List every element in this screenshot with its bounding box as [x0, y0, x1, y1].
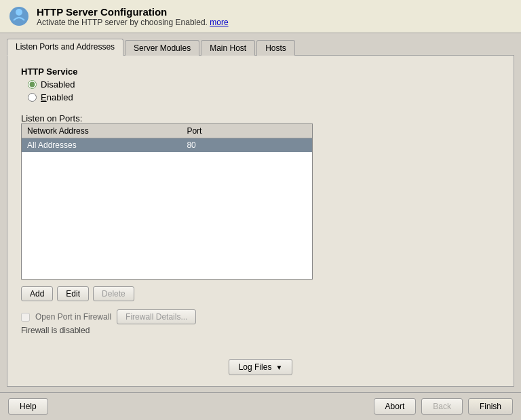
dialog-title: HTTP Server Configuration [37, 6, 229, 18]
firewall-checkbox-label: Open Port in Firewall [35, 312, 111, 322]
ports-table-container[interactable]: Network Address Port All Addresses 80 [21, 123, 313, 280]
header-text: HTTP Server Configuration Activate the H… [37, 6, 229, 27]
log-files-button[interactable]: Log Files ▼ [229, 359, 293, 375]
log-files-label: Log Files [239, 362, 272, 372]
firewall-section: Open Port in Firewall Firewall Details..… [21, 308, 500, 335]
app-icon [8, 5, 30, 27]
listen-ports-section: Listen on Ports: Network Address Port Al… [21, 109, 500, 280]
firewall-row: Open Port in Firewall Firewall Details..… [21, 309, 500, 324]
dialog-subtitle: Activate the HTTP server by choosing Ena… [37, 18, 229, 27]
back-button[interactable]: Back [421, 398, 463, 415]
cell-address: All Addresses [22, 138, 181, 153]
edit-button[interactable]: Edit [57, 286, 89, 301]
dropdown-arrow-icon: ▼ [275, 364, 282, 371]
tab-listen-ports[interactable]: Listen Ports and Addresses [7, 39, 123, 56]
radio-enabled[interactable]: Enabled [28, 92, 500, 102]
port-action-buttons: Add Edit Delete [21, 286, 500, 301]
tab-hosts[interactable]: Hosts [256, 40, 295, 56]
http-service-title: HTTP Service [21, 66, 500, 77]
http-service-radio-group: Disabled Enabled [21, 79, 500, 102]
radio-enabled-input[interactable] [28, 93, 37, 102]
dialog-footer: Help Abort Back Finish [0, 392, 521, 420]
listen-ports-label: Listen on Ports: [21, 113, 500, 123]
tab-panel: HTTP Service Disabled Enabled Listen on … [7, 55, 514, 387]
ports-table: Network Address Port All Addresses 80 [22, 124, 312, 152]
dialog-header: HTTP Server Configuration Activate the H… [0, 0, 521, 33]
radio-enabled-label: Enabled [41, 92, 73, 102]
log-files-row: Log Files ▼ [21, 359, 500, 375]
firewall-checkbox[interactable] [21, 313, 30, 322]
svg-point-1 [16, 9, 22, 16]
delete-button[interactable]: Delete [93, 286, 134, 301]
http-service-section: HTTP Service Disabled Enabled [21, 66, 500, 102]
footer-left: Help [8, 398, 48, 415]
tab-bar: Listen Ports and Addresses Server Module… [7, 39, 514, 56]
radio-disabled-label: Disabled [41, 79, 75, 90]
finish-button[interactable]: Finish [468, 398, 513, 415]
firewall-details-button[interactable]: Firewall Details... [117, 309, 196, 324]
firewall-status: Firewall is disabled [21, 326, 500, 335]
add-button[interactable]: Add [21, 286, 53, 301]
tab-main-host[interactable]: Main Host [201, 40, 255, 56]
col-header-address: Network Address [22, 124, 181, 138]
main-content: Listen Ports and Addresses Server Module… [0, 33, 521, 392]
cell-port: 80 [181, 138, 312, 153]
abort-button[interactable]: Abort [374, 398, 417, 415]
radio-disabled-input[interactable] [28, 80, 37, 89]
more-link[interactable]: more [210, 18, 228, 27]
radio-disabled[interactable]: Disabled [28, 79, 500, 90]
help-button[interactable]: Help [8, 398, 48, 415]
tab-server-modules[interactable]: Server Modules [125, 40, 199, 56]
footer-right: Abort Back Finish [374, 398, 513, 415]
col-header-port: Port [181, 124, 312, 138]
table-row[interactable]: All Addresses 80 [22, 138, 312, 153]
